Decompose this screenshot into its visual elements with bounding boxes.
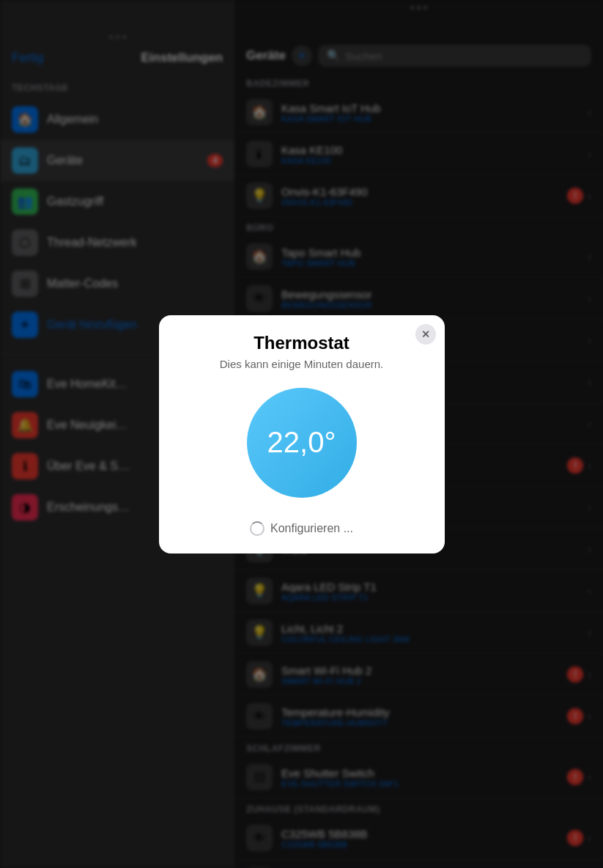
thermostat-circle: 22,0° [247, 388, 357, 498]
configuring-status: Konfigurieren ... [250, 521, 353, 536]
configuring-label: Konfigurieren ... [270, 522, 353, 535]
modal-overlay: ✕ Thermostat Dies kann einige Minuten da… [0, 0, 603, 868]
modal-title: Thermostat [254, 333, 349, 353]
loading-spinner [250, 521, 264, 536]
thermostat-temperature: 22,0° [267, 426, 336, 459]
modal-close-button[interactable]: ✕ [415, 324, 436, 345]
modal-subtitle: Dies kann einige Minuten dauern. [220, 358, 383, 370]
thermostat-modal: ✕ Thermostat Dies kann einige Minuten da… [159, 315, 445, 553]
